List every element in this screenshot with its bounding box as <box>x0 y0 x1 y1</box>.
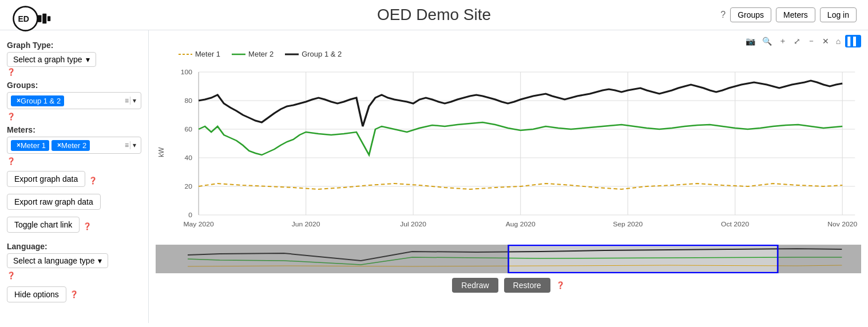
groups-label: Groups: <box>7 81 141 90</box>
hide-options-button[interactable]: Hide options <box>7 286 66 302</box>
svg-text:Oct 2020: Oct 2020 <box>721 221 749 228</box>
page-title: OED Demo Site <box>377 6 491 24</box>
svg-text:Jun 2020: Jun 2020 <box>291 221 320 228</box>
chart-area: 📷 🔍 ＋ ⤢ － ✕ ⌂ ▌▌ Meter 1 Meter 2 Group 1… <box>149 30 868 323</box>
legend-meter1: Meter 1 <box>179 50 220 58</box>
svg-rect-37 <box>778 245 861 273</box>
svg-rect-3 <box>42 14 46 24</box>
group-tag-1: × Group 1 & 2 <box>11 95 64 106</box>
groups-tag-input: × Group 1 & 2 ≡ ▾ <box>7 92 141 109</box>
language-chevron-icon: ▾ <box>98 256 102 265</box>
legend-group1and2: Group 1 & 2 <box>285 50 342 58</box>
svg-rect-4 <box>47 16 50 21</box>
logo: ED <box>11 5 51 35</box>
export-raw-button[interactable]: Export raw graph data <box>7 194 101 210</box>
export-graph-button[interactable]: Export graph data <box>7 171 85 187</box>
redraw-button[interactable]: Redraw <box>452 278 498 293</box>
meter-tag-1-remove-icon[interactable]: × <box>17 141 21 149</box>
sidebar: Graph Type: Select a graph type ▾ ❓ Grou… <box>0 30 149 323</box>
graph-type-dropdown[interactable]: Select a graph type ▾ <box>7 52 96 67</box>
groups-button[interactable]: Groups <box>730 7 771 22</box>
svg-rect-2 <box>38 15 42 22</box>
svg-text:Aug 2020: Aug 2020 <box>505 221 535 228</box>
nav-buttons: ? Groups Meters Log in <box>720 7 857 22</box>
graph-type-label: Graph Type: <box>7 41 141 50</box>
help-icon[interactable]: ? <box>720 10 726 20</box>
group-tag-remove-icon[interactable]: × <box>17 97 21 105</box>
svg-text:Sep 2020: Sep 2020 <box>613 221 643 228</box>
svg-text:0: 0 <box>188 212 192 218</box>
svg-text:ED: ED <box>18 14 29 23</box>
svg-text:100: 100 <box>181 69 192 75</box>
meters-help-icon[interactable]: ❓ <box>7 157 15 165</box>
meters-label: Meters: <box>7 125 141 134</box>
meter-tag-2-remove-icon[interactable]: × <box>57 141 61 149</box>
language-dropdown[interactable]: Select a language type ▾ <box>7 253 108 268</box>
meters-dropdown-btn[interactable]: ▾ <box>130 141 138 149</box>
meter-tag-2: × Meter 2 <box>51 140 90 151</box>
bottom-controls: Redraw Restore ❓ <box>156 278 861 293</box>
svg-text:40: 40 <box>184 155 192 161</box>
language-label: Language: <box>7 242 141 251</box>
restore-button[interactable]: Restore <box>504 278 550 293</box>
pan-icon[interactable]: ⤢ <box>791 35 803 47</box>
meters-button[interactable]: Meters <box>776 7 815 22</box>
toggle-chart-help-icon[interactable]: ❓ <box>83 222 92 230</box>
svg-text:20: 20 <box>184 184 192 190</box>
reset-scale-icon[interactable]: ✕ <box>820 35 831 47</box>
svg-text:May 2020: May 2020 <box>183 221 213 228</box>
svg-text:Jul 2020: Jul 2020 <box>400 221 426 228</box>
legend-meter2: Meter 2 <box>232 50 274 58</box>
mini-chart[interactable] <box>156 245 861 273</box>
language-help-icon[interactable]: ❓ <box>7 272 15 280</box>
chart-toolbar: 📷 🔍 ＋ ⤢ － ✕ ⌂ ▌▌ <box>156 35 861 47</box>
minus-icon[interactable]: － <box>805 35 818 47</box>
main-content: Graph Type: Select a graph type ▾ ❓ Grou… <box>0 30 868 323</box>
camera-icon[interactable]: 📷 <box>743 35 758 47</box>
groups-scroll-btn[interactable]: ≡ <box>124 97 130 105</box>
plus-icon[interactable]: ＋ <box>776 35 789 47</box>
meters-tag-input: × Meter 1 × Meter 2 ≡ ▾ <box>7 137 141 154</box>
header: ED OED Demo Site ? Groups Meters Log in <box>0 0 868 30</box>
svg-rect-36 <box>156 245 509 273</box>
chart-legend: Meter 1 Meter 2 Group 1 & 2 <box>156 50 861 58</box>
toggle-chart-button[interactable]: Toggle chart link <box>7 217 80 233</box>
home-icon[interactable]: ⌂ <box>834 35 843 47</box>
groups-help-icon[interactable]: ❓ <box>7 113 15 121</box>
main-chart: kW .axis-text { font: 11px sans-serif; f… <box>156 61 861 244</box>
chevron-down-icon: ▾ <box>86 55 90 64</box>
meter-tag-1: × Meter 1 <box>11 140 49 151</box>
meters-scroll-btn[interactable]: ≡ <box>124 141 130 149</box>
login-button[interactable]: Log in <box>820 7 857 22</box>
svg-text:80: 80 <box>184 98 192 104</box>
bottom-help-icon[interactable]: ❓ <box>556 281 565 289</box>
hide-options-help-icon[interactable]: ❓ <box>70 290 78 298</box>
svg-text:Nov 2020: Nov 2020 <box>827 221 857 228</box>
groups-dropdown-btn[interactable]: ▾ <box>130 97 138 105</box>
bar-chart-icon[interactable]: ▌▌ <box>845 35 861 47</box>
graph-type-help-icon[interactable]: ❓ <box>7 68 15 76</box>
zoom-icon[interactable]: 🔍 <box>760 35 774 47</box>
y-axis-label: kW <box>156 61 167 244</box>
svg-text:60: 60 <box>184 126 192 133</box>
export-graph-help-icon[interactable]: ❓ <box>89 177 97 185</box>
